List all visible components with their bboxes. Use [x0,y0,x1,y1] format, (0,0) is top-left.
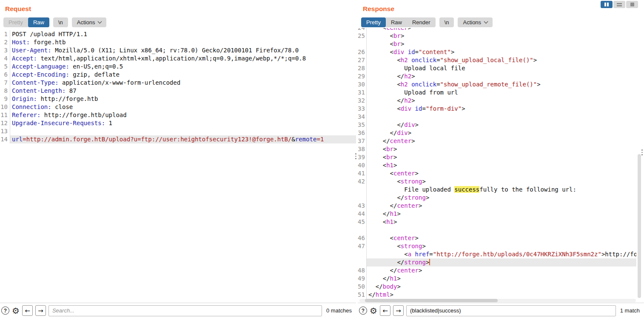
newline-toggle-button[interactable]: \n [439,17,454,27]
line-number [358,226,367,234]
code-line: <br> [358,40,636,48]
next-match-button[interactable]: → [35,305,46,316]
code-line: 48 </center> [358,266,636,275]
line-number: 12 [0,119,10,127]
line-number: 51 [358,291,367,299]
gear-icon[interactable]: ⚙ [370,307,377,315]
code-line: 32 </h2> [358,97,636,105]
line-number: 31 [358,89,367,97]
tab-raw[interactable]: Raw [386,17,407,27]
line-number: 32 [358,97,367,105]
tab-pretty[interactable]: Pretty [3,17,28,27]
code-line: 33 <div id="form-div"> [358,105,636,113]
panel-divider-handle[interactable] [355,153,356,159]
line-number: 45 [358,218,367,226]
line-number [358,194,367,202]
line-number: 41 [358,169,367,178]
scrollbar-handle[interactable] [641,149,643,155]
code-line: 24 <center> [358,28,636,32]
search-input[interactable] [48,305,322,316]
chevron-down-icon [98,20,102,24]
newline-toggle-button[interactable]: \n [53,17,68,27]
line-number: 46 [358,234,367,242]
code-line: 10Connection: close [0,103,356,111]
code-line: 11Referer: http://forge.htb/upload [0,111,356,119]
single-view-button[interactable] [626,1,638,8]
code-line: 46 <center> [358,234,636,242]
code-line: 14url=http://admin.forge.htB/upload?u=ft… [0,135,356,143]
line-number: 8 [0,87,10,95]
code-line: 12Upgrade-Insecure-Requests: 1 [0,119,356,127]
line-number: 36 [358,129,367,137]
next-match-button[interactable]: → [393,305,404,316]
request-toolbar: Pretty Raw \n Actions [3,17,106,27]
response-editor[interactable]: 24 <center>25 <br> <br>26 <div id="conte… [358,28,636,303]
line-number: 24 [358,28,367,32]
request-actions-button[interactable]: Actions [72,17,107,27]
help-icon[interactable]: ? [359,307,367,315]
code-line: 4Accept: text/html,application/xhtml+xml… [0,54,356,63]
layout-toggle-group [601,1,638,8]
line-number: 50 [358,283,367,291]
code-line: 13 [0,127,356,135]
line-number [358,258,367,266]
line-number: 27 [358,56,367,64]
code-line: 37 </center> [358,137,636,145]
tab-pretty[interactable]: Pretty [361,17,386,27]
code-line: 26 <div id="content"> [358,48,636,56]
code-line: 30 <h2 onclick="show_upload_remote_file(… [358,80,636,89]
line-number: 30 [358,80,367,89]
code-line: 5Accept-Language: en-US,en;q=0.5 [0,63,356,71]
rows-view-button[interactable] [613,1,625,8]
line-number: 9 [0,95,10,103]
line-number [358,250,367,258]
code-line: 6Accept-Encoding: gzip, deflate [0,71,356,79]
line-number: 10 [0,103,10,111]
code-line: 2Host: forge.htb [0,38,356,46]
code-line: 25 <br> [358,32,636,40]
line-number: 49 [358,275,367,283]
response-horizontal-scrollbar[interactable] [359,299,636,302]
line-number: 25 [358,32,367,40]
code-line: 7Content-Type: application/x-www-form-ur… [0,79,356,87]
request-editor[interactable]: 1POST /upload HTTP/1.12Host: forge.htb3U… [0,28,356,303]
line-number: 39 [358,153,367,161]
code-line: 31 Upload from url [358,89,636,97]
line-number: 48 [358,266,367,275]
code-line: File uploaded successfully to the follow… [358,186,636,194]
response-toolbar: Pretty Raw Render \n Actions [361,17,493,27]
code-line: 34 [358,113,636,121]
line-number: 7 [0,79,10,87]
code-line: 38 <br> [358,145,636,153]
line-number: 4 [0,54,10,63]
prev-match-button[interactable]: ← [22,305,33,316]
match-count: 0 matches [326,307,352,314]
tab-render[interactable]: Render [407,17,436,27]
search-input[interactable] [406,305,616,316]
code-line: 3User-Agent: Mozilla/5.0 (X11; Linux x86… [0,46,356,54]
tab-raw[interactable]: Raw [28,17,49,27]
response-actions-button[interactable]: Actions [458,17,493,27]
columns-view-button[interactable] [601,1,613,8]
request-panel: Request Pretty Raw \n Actions 1POST /upl… [0,0,356,318]
gear-icon[interactable]: ⚙ [12,307,20,315]
line-number: 35 [358,121,367,129]
code-line: 28 Upload local file [358,64,636,72]
code-line: <a href="http://forge.htb/uploads/0c47HK… [358,250,636,258]
response-search-bar: ? ⚙ ← → 1 match [358,303,644,318]
horizontal-scroll-thumb[interactable] [365,299,498,302]
line-number: 29 [358,72,367,80]
single-view-icon [630,3,634,6]
line-number: 38 [358,145,367,153]
code-line: 51</html> [358,291,636,299]
code-line: </strong> [358,194,636,202]
response-vertical-scrollbar[interactable] [638,154,641,298]
line-number: 47 [358,242,367,250]
columns-view-icon [604,3,606,6]
code-line: 41 <center> [358,169,636,178]
prev-match-button[interactable]: ← [380,305,390,316]
code-line [358,226,636,234]
help-icon[interactable]: ? [1,307,9,315]
line-number: 26 [358,48,367,56]
code-line: 45 <h1> [358,218,636,226]
